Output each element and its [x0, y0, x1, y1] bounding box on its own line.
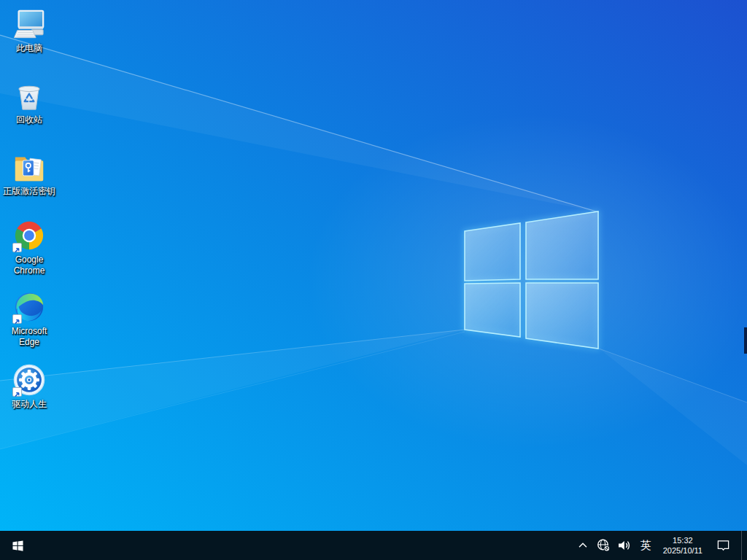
taskbar-clock[interactable]: 15:32 2025/10/11 — [660, 535, 705, 556]
clock-time: 15:32 — [673, 535, 693, 545]
shortcut-arrow-icon — [12, 314, 22, 324]
wallpaper-light-rays-logo — [0, 0, 747, 531]
icon-label: 正版激活密钥 — [3, 186, 55, 197]
icon-label: Microsoft Edge — [1, 326, 58, 348]
icon-label: 此电脑 — [16, 43, 42, 54]
desktop-wallpaper: 此电脑 回收站 — [0, 0, 747, 531]
desktop-icon-edge[interactable]: Microsoft Edge — [1, 290, 58, 348]
activation-key-folder-icon — [12, 150, 46, 184]
icon-label: 回收站 — [16, 114, 42, 125]
desktop-icon-recycle-bin[interactable]: 回收站 — [1, 79, 58, 125]
action-center-icon[interactable] — [712, 531, 735, 560]
show-desktop-button[interactable] — [741, 531, 746, 560]
shortcut-arrow-icon — [12, 243, 22, 252]
windows-start-icon — [11, 539, 25, 553]
taskbar-empty-area[interactable] — [35, 531, 576, 560]
start-button[interactable] — [0, 531, 35, 560]
desktop-icon-activation-key[interactable]: 正版激活密钥 — [1, 150, 58, 197]
desktop-icon-chrome[interactable]: Google Chrome — [1, 219, 58, 276]
recycle-bin-icon — [12, 79, 46, 112]
clock-date: 2025/10/11 — [663, 545, 703, 556]
icon-label: 驱动人生 — [12, 399, 47, 410]
screen-edge-artifact — [744, 327, 747, 354]
system-tray: 英 15:32 2025/10/11 — [576, 531, 747, 560]
shortcut-arrow-icon — [12, 387, 22, 397]
volume-icon[interactable] — [617, 531, 632, 560]
desktop-icon-this-pc[interactable]: 此电脑 — [1, 7, 58, 54]
taskbar: 英 15:32 2025/10/11 — [0, 531, 747, 560]
icon-label: Google Chrome — [1, 254, 58, 276]
hidden-icons-chevron-icon[interactable] — [576, 531, 589, 560]
ime-language-indicator[interactable]: 英 — [638, 531, 654, 560]
this-pc-icon — [12, 7, 46, 41]
desktop-icon-driver-life[interactable]: 驱动人生 — [1, 363, 58, 410]
network-offline-icon[interactable] — [596, 531, 611, 560]
